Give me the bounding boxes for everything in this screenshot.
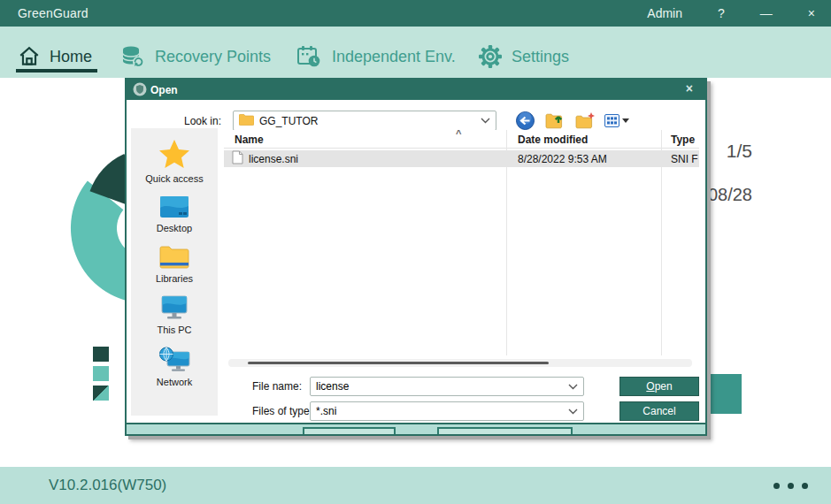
nav-label: Independent Env. bbox=[332, 48, 456, 66]
up-one-level-icon[interactable] bbox=[544, 111, 566, 130]
backup-counter: 1/5 bbox=[727, 141, 752, 162]
file-list-header: Name ^ Date modified Type bbox=[224, 130, 699, 149]
column-name[interactable]: Name bbox=[235, 134, 264, 146]
mixed-swatch bbox=[93, 386, 109, 401]
place-quick-access[interactable]: Quick access bbox=[134, 134, 215, 190]
open-file-dialog: Open × Look in: GG_TUTOR bbox=[125, 78, 707, 436]
place-label: Quick access bbox=[145, 173, 203, 184]
place-network[interactable]: Network bbox=[134, 341, 215, 393]
recovery-points-icon bbox=[119, 44, 146, 69]
chart-legend bbox=[93, 347, 109, 401]
background-action-button[interactable] bbox=[704, 374, 742, 414]
file-name-cell: license.sni bbox=[249, 153, 298, 165]
dark-swatch bbox=[93, 347, 109, 362]
nav-item-home[interactable]: Home bbox=[18, 42, 92, 72]
settings-icon bbox=[478, 44, 503, 69]
light-swatch bbox=[93, 366, 109, 381]
admin-menu[interactable]: Admin bbox=[647, 6, 682, 20]
dialog-title-bar: Open × bbox=[127, 80, 705, 100]
star-icon bbox=[158, 139, 190, 171]
chevron-down-icon bbox=[481, 118, 490, 124]
dialog-toolbar bbox=[514, 111, 629, 130]
dialog-title: Open bbox=[150, 84, 178, 96]
look-in-combobox[interactable]: GG_TUTOR bbox=[233, 111, 496, 131]
network-icon bbox=[158, 347, 190, 374]
files-of-type-combobox[interactable] bbox=[310, 401, 584, 421]
folder-icon bbox=[239, 114, 254, 128]
place-label: Desktop bbox=[157, 223, 192, 233]
backup-date: 08/28 bbox=[708, 185, 752, 205]
title-bar: GreenGuard Admin ? — × bbox=[0, 0, 831, 27]
dialog-close-icon[interactable]: × bbox=[686, 81, 693, 95]
files-of-type-input[interactable] bbox=[316, 405, 568, 417]
libraries-icon bbox=[159, 245, 189, 271]
chevron-down-icon[interactable] bbox=[568, 409, 578, 415]
back-icon[interactable] bbox=[514, 111, 535, 130]
nav-bar: Home Recovery Points bbox=[0, 27, 831, 78]
nav-item-independent-env[interactable]: Independent Env. bbox=[296, 42, 456, 72]
shield-icon bbox=[133, 82, 147, 100]
place-this-pc[interactable]: This PC bbox=[134, 290, 215, 341]
column-date-modified[interactable]: Date modified bbox=[518, 134, 588, 146]
band-rect bbox=[437, 427, 573, 434]
places-sidebar: Quick access Desktop bbox=[131, 128, 218, 416]
app-window: GreenGuard Admin ? — × Home bbox=[0, 0, 831, 504]
band-rect bbox=[303, 427, 396, 434]
version-label: V10.2.016(W750) bbox=[49, 477, 166, 494]
close-button[interactable]: × bbox=[808, 6, 815, 20]
nav-item-settings[interactable]: Settings bbox=[478, 42, 569, 72]
home-icon bbox=[18, 45, 41, 68]
ellipsis-icon[interactable] bbox=[773, 483, 808, 489]
sort-ascending-icon: ^ bbox=[456, 130, 461, 139]
file-icon bbox=[232, 150, 243, 167]
scrollbar-thumb[interactable] bbox=[248, 362, 549, 364]
help-button[interactable]: ? bbox=[718, 6, 725, 20]
nav-item-recovery-points[interactable]: Recovery Points bbox=[119, 42, 271, 72]
independent-env-icon bbox=[296, 44, 323, 69]
minimize-button[interactable]: — bbox=[760, 6, 773, 20]
file-type-cell: SNI F bbox=[671, 153, 698, 165]
look-in-value: GG_TUTOR bbox=[259, 115, 318, 127]
place-label: Network bbox=[157, 377, 192, 387]
status-bar: V10.2.016(W750) bbox=[0, 467, 831, 504]
this-pc-icon bbox=[159, 295, 189, 322]
nav-label: Settings bbox=[512, 48, 569, 66]
view-menu-icon[interactable] bbox=[604, 114, 629, 127]
active-tab-underline bbox=[16, 69, 97, 73]
place-desktop[interactable]: Desktop bbox=[134, 190, 215, 240]
file-name-input[interactable] bbox=[316, 380, 568, 393]
place-label: Libraries bbox=[156, 273, 193, 284]
file-date-cell: 8/28/2022 9:53 AM bbox=[518, 153, 607, 165]
cancel-button[interactable]: Cancel bbox=[619, 401, 699, 421]
look-in-label: Look in: bbox=[127, 115, 221, 127]
file-list: Name ^ Date modified Type license.sni bbox=[224, 130, 699, 358]
column-type[interactable]: Type bbox=[671, 134, 695, 146]
horizontal-scrollbar[interactable] bbox=[228, 359, 692, 367]
file-name-combobox[interactable] bbox=[310, 377, 584, 396]
nav-label: Home bbox=[50, 48, 92, 66]
nav-label: Recovery Points bbox=[155, 48, 271, 66]
file-row-license[interactable]: license.sni 8/28/2022 9:53 AM SNI F bbox=[224, 150, 699, 167]
chevron-down-icon[interactable] bbox=[568, 384, 578, 390]
desktop-icon bbox=[159, 195, 189, 220]
dialog-bottom-band bbox=[127, 423, 705, 434]
app-title: GreenGuard bbox=[18, 6, 88, 20]
new-folder-icon[interactable] bbox=[574, 111, 596, 130]
place-libraries[interactable]: Libraries bbox=[134, 240, 215, 290]
place-label: This PC bbox=[157, 325, 191, 335]
open-button[interactable]: Open bbox=[619, 377, 699, 396]
